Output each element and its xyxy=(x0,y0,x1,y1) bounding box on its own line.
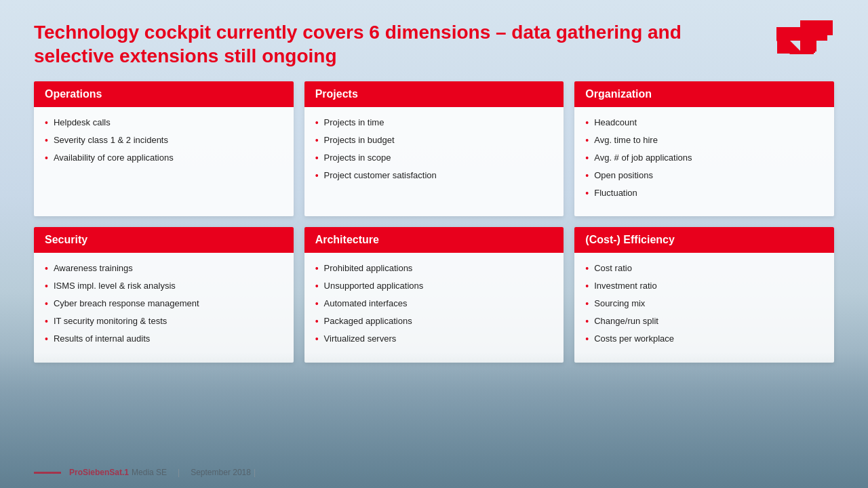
footer-brand: ProSiebenSat.1 xyxy=(69,468,129,477)
card-header-operations: Operations xyxy=(34,81,294,107)
list-item: Projects in scope xyxy=(315,152,553,165)
list-item: Automated interfaces xyxy=(315,298,553,310)
list-item: Cost ratio xyxy=(585,262,823,275)
card-security: SecurityAwareness trainingsISMS impl. le… xyxy=(34,227,294,362)
list-item: Unsupported applications xyxy=(315,280,553,293)
card-body-operations: Helpdesk callsSeverity class 1 & 2 incid… xyxy=(34,107,294,182)
card-architecture: ArchitectureProhibited applicationsUnsup… xyxy=(304,227,564,362)
list-item: ISMS impl. level & risk analysis xyxy=(45,280,283,293)
footer-date: September 2018 xyxy=(191,468,251,477)
card-header-projects: Projects xyxy=(304,81,564,107)
card-organization: OrganizationHeadcountAvg. time to hireAv… xyxy=(574,81,834,216)
cards-grid: OperationsHelpdesk callsSeverity class 1… xyxy=(34,81,834,363)
card-header-organization: Organization xyxy=(574,81,834,107)
card-header-security: Security xyxy=(34,227,294,253)
list-item: Sourcing mix xyxy=(585,298,823,310)
page-title: Technology cockpit currently covers 6 di… xyxy=(34,20,746,68)
list-item: Helpdesk calls xyxy=(45,117,283,129)
card-body-architecture: Prohibited applicationsUnsupported appli… xyxy=(304,253,564,362)
list-item: Virtualized servers xyxy=(315,333,553,346)
footer-line xyxy=(34,472,61,474)
list-item: Severity class 1 & 2 incidents xyxy=(45,134,283,147)
card-body-projects: Projects in timeProjects in budgetProjec… xyxy=(304,107,564,199)
card-body-cost-efficiency: Cost ratioInvestment ratioSourcing mixCh… xyxy=(574,253,834,362)
list-item: Projects in time xyxy=(315,117,553,129)
card-body-organization: HeadcountAvg. time to hireAvg. # of job … xyxy=(574,107,834,216)
footer-company: Media SE xyxy=(132,468,167,477)
card-projects: ProjectsProjects in timeProjects in budg… xyxy=(304,81,564,216)
footer-separator: | xyxy=(178,468,180,477)
card-body-security: Awareness trainingsISMS impl. level & ri… xyxy=(34,253,294,362)
brand-logo xyxy=(793,12,841,62)
list-item: Cyber breach response management xyxy=(45,298,283,310)
list-item: Fluctuation xyxy=(585,187,823,200)
footer-separator2: | xyxy=(254,468,256,477)
list-item: Change/run split xyxy=(585,315,823,328)
list-item: Awareness trainings xyxy=(45,262,283,275)
footer: ProSiebenSat.1 Media SE | September 2018… xyxy=(0,468,868,477)
svg-rect-11 xyxy=(802,20,833,35)
list-item: Open positions xyxy=(585,169,823,182)
page: Technology cockpit currently covers 6 di… xyxy=(0,0,868,488)
card-operations: OperationsHelpdesk callsSeverity class 1… xyxy=(34,81,294,216)
list-item: Investment ratio xyxy=(585,280,823,293)
list-item: Packaged applications xyxy=(315,315,553,328)
list-item: Costs per workplace xyxy=(585,333,823,346)
header: Technology cockpit currently covers 6 di… xyxy=(34,20,834,68)
svg-marker-13 xyxy=(816,35,833,52)
card-header-cost-efficiency: (Cost-) Efficiency xyxy=(574,227,834,253)
list-item: Availability of core applications xyxy=(45,152,283,165)
list-item: Avg. # of job applications xyxy=(585,152,823,165)
list-item: Projects in budget xyxy=(315,134,553,147)
card-cost-efficiency: (Cost-) EfficiencyCost ratioInvestment r… xyxy=(574,227,834,362)
list-item: Project customer satisfaction xyxy=(315,169,553,182)
list-item: IT security monitoring & tests xyxy=(45,315,283,328)
list-item: Results of internal audits xyxy=(45,333,283,346)
list-item: Headcount xyxy=(585,117,823,129)
card-header-architecture: Architecture xyxy=(304,227,564,253)
list-item: Prohibited applications xyxy=(315,262,553,275)
list-item: Avg. time to hire xyxy=(585,134,823,147)
